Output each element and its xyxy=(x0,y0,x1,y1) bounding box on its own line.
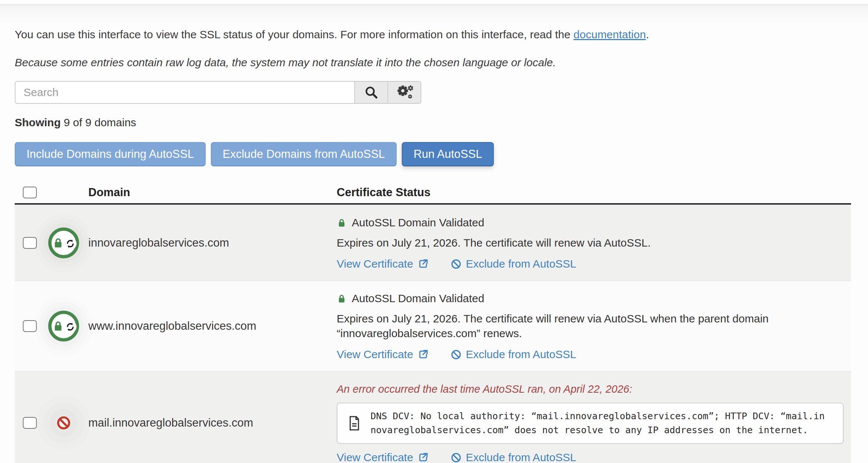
expiry-detail: Expires on July 21, 2026. The certificat… xyxy=(337,236,840,250)
autossl-secured-badge xyxy=(48,311,79,342)
ssl-status-page: You can use this interface to view the S… xyxy=(0,27,868,463)
results-summary-count: 9 of 9 domains xyxy=(61,116,136,128)
ban-icon xyxy=(451,452,461,463)
intro-text: You can use this interface to view the S… xyxy=(15,28,574,40)
search-settings-button[interactable] xyxy=(387,81,421,104)
ssl-domains-table: Domain Certificate Status innovareglobal… xyxy=(15,182,851,463)
autossl-actions: Include Domains during AutoSSL Exclude D… xyxy=(15,142,851,166)
intro-text-end: . xyxy=(646,28,649,40)
autorenew-icon xyxy=(64,321,77,333)
view-certificate-label: View Certificate xyxy=(337,258,413,270)
header-certificate-status: Certificate Status xyxy=(337,186,851,199)
certificate-status-cell: An error occurred the last time AutoSSL … xyxy=(337,372,855,463)
log-file-icon xyxy=(348,415,361,432)
include-domains-button[interactable]: Include Domains during AutoSSL xyxy=(15,142,206,166)
external-link-icon xyxy=(418,349,429,360)
search-group xyxy=(15,81,421,104)
exclude-from-autossl-label: Exclude from AutoSSL xyxy=(466,451,576,463)
external-link-icon xyxy=(418,258,429,269)
row-checkbox[interactable] xyxy=(23,237,37,249)
lock-icon xyxy=(337,218,347,228)
autossl-error-log: DNS DCV: No local authority: “mail.innov… xyxy=(371,409,825,437)
domain-name: www.innovareglobalservices.com xyxy=(88,319,337,333)
view-certificate-label: View Certificate xyxy=(337,451,413,463)
search-input[interactable] xyxy=(15,81,354,104)
exclude-from-autossl-link[interactable]: Exclude from AutoSSL xyxy=(451,451,576,463)
view-certificate-label: View Certificate xyxy=(337,348,413,361)
intro-paragraph: You can use this interface to view the S… xyxy=(15,27,851,42)
autossl-error-log-box: DNS DCV: No local authority: “mail.innov… xyxy=(337,403,844,444)
header-domain: Domain xyxy=(88,186,337,199)
row-checkbox[interactable] xyxy=(23,320,37,332)
magnifier-icon xyxy=(364,85,379,100)
status-label: AutoSSL Domain Validated xyxy=(352,291,484,305)
lock-icon xyxy=(52,237,64,249)
domain-name: mail.innovareglobalservices.com xyxy=(88,416,337,430)
exclude-from-autossl-link[interactable]: Exclude from AutoSSL xyxy=(451,258,576,270)
row-checkbox[interactable] xyxy=(23,417,37,429)
lock-icon xyxy=(52,320,64,332)
table-row: mail.innovareglobalservices.com An error… xyxy=(15,371,851,463)
expiry-detail: Expires on July 21, 2026. The certificat… xyxy=(337,311,840,341)
table-row: innovareglobalservices.com AutoSSL Domai… xyxy=(15,205,851,280)
certificate-status-cell: AutoSSL Domain Validated Expires on July… xyxy=(337,281,851,371)
exclude-domains-button[interactable]: Exclude Domains from AutoSSL xyxy=(211,142,397,166)
documentation-link[interactable]: documentation xyxy=(574,28,646,40)
view-certificate-link[interactable]: View Certificate xyxy=(337,348,429,361)
results-summary: Showing 9 of 9 domains xyxy=(15,116,851,130)
toolbar-bottom-edge xyxy=(0,0,868,5)
autorenew-icon xyxy=(64,237,77,250)
autossl-error-intro: An error occurred the last time AutoSSL … xyxy=(337,382,844,396)
select-all-checkbox[interactable] xyxy=(23,187,37,198)
status-label: AutoSSL Domain Validated xyxy=(352,216,484,230)
certificate-status-cell: AutoSSL Domain Validated Expires on July… xyxy=(337,205,851,280)
ban-icon xyxy=(451,259,461,269)
page-top-shadow xyxy=(0,5,868,24)
domain-name: innovareglobalservices.com xyxy=(88,236,337,250)
autossl-secured-badge xyxy=(48,227,79,258)
results-summary-label: Showing xyxy=(15,116,61,128)
excluded-error-badge xyxy=(56,416,71,430)
search-button[interactable] xyxy=(354,81,387,104)
run-autossl-button[interactable]: Run AutoSSL xyxy=(402,142,494,166)
ban-icon xyxy=(56,416,71,430)
locale-note: Because some entries contain raw log dat… xyxy=(15,55,851,70)
ban-icon xyxy=(451,349,461,360)
table-row: www.innovareglobalservices.com AutoSSL D… xyxy=(15,280,851,371)
view-certificate-link[interactable]: View Certificate xyxy=(337,258,429,270)
lock-icon xyxy=(337,294,347,304)
exclude-from-autossl-label: Exclude from AutoSSL xyxy=(466,348,576,361)
gears-icon xyxy=(396,84,413,100)
external-link-icon xyxy=(418,452,429,463)
exclude-from-autossl-link[interactable]: Exclude from AutoSSL xyxy=(451,348,576,361)
exclude-from-autossl-label: Exclude from AutoSSL xyxy=(466,258,576,270)
view-certificate-link[interactable]: View Certificate xyxy=(337,451,429,463)
table-header-row: Domain Certificate Status xyxy=(15,182,851,205)
